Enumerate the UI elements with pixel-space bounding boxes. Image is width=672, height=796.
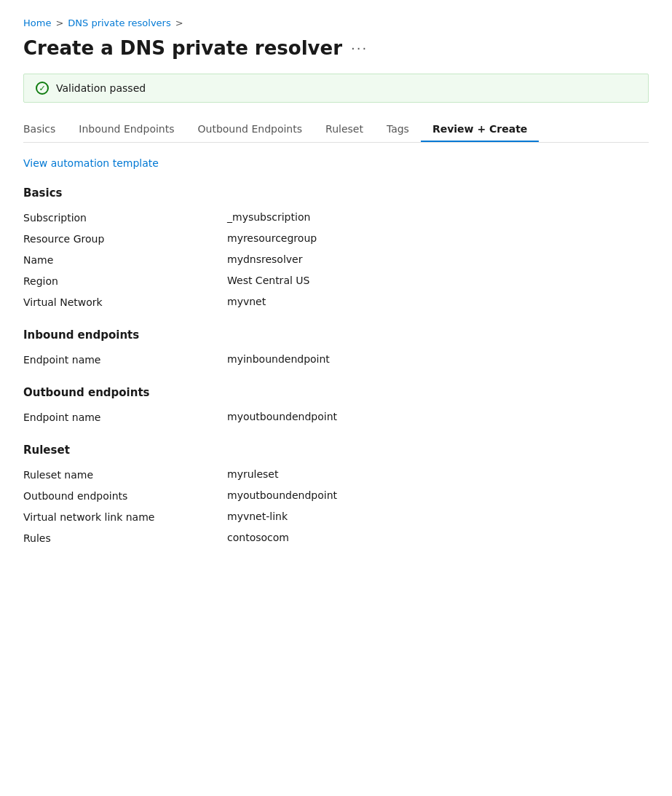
field-label-region: Region [23,275,227,287]
tab-basics[interactable]: Basics [23,117,67,142]
field-label-ruleset-outbound-endpoints: Outbound endpoints [23,489,227,502]
field-label-resource-group: Resource Group [23,232,227,245]
field-label-inbound-endpoint-name: Endpoint name [23,353,227,366]
field-value-inbound-endpoint-name: myinboundendpoint [227,353,330,365]
field-value-vnet-link-name: myvnet-link [227,511,288,522]
validation-success-icon [36,82,49,95]
field-label-name: Name [23,253,227,266]
field-label-ruleset-name: Ruleset name [23,468,227,481]
section-ruleset-title: Ruleset [23,444,649,457]
field-label-rules: Rules [23,532,227,544]
field-value-resource-group: myresourcegroup [227,232,317,244]
field-inbound-endpoint-name: Endpoint name myinboundendpoint [23,353,649,366]
field-value-rules: contosocom [227,532,289,543]
page-title-row: Create a DNS private resolver ··· [23,37,649,59]
field-region: Region West Central US [23,275,649,287]
breadcrumb-dns-resolvers[interactable]: DNS private resolvers [68,17,170,28]
field-label-virtual-network: Virtual Network [23,296,227,308]
section-inbound-endpoints: Inbound endpoints Endpoint name myinboun… [23,328,649,366]
page-title: Create a DNS private resolver [23,37,342,59]
field-value-name: mydnsresolver [227,253,302,265]
automation-template-link[interactable]: View automation template [23,157,159,169]
breadcrumb-home[interactable]: Home [23,17,51,28]
field-value-outbound-endpoint-name: myoutboundendpoint [227,411,337,422]
section-inbound-title: Inbound endpoints [23,328,649,342]
section-ruleset: Ruleset Ruleset name myruleset Outbound … [23,444,649,544]
field-label-vnet-link-name: Virtual network link name [23,511,227,523]
tab-outbound-endpoints[interactable]: Outbound Endpoints [186,117,315,142]
field-vnet-link-name: Virtual network link name myvnet-link [23,511,649,523]
validation-banner: Validation passed [23,74,649,103]
tabs-nav: Basics Inbound Endpoints Outbound Endpoi… [23,117,649,143]
field-resource-group: Resource Group myresourcegroup [23,232,649,245]
tab-review-create[interactable]: Review + Create [421,117,539,142]
tab-tags[interactable]: Tags [375,117,421,142]
field-value-virtual-network: myvnet [227,296,266,307]
field-outbound-endpoint-name: Endpoint name myoutboundendpoint [23,411,649,423]
field-name: Name mydnsresolver [23,253,649,266]
section-outbound-endpoints: Outbound endpoints Endpoint name myoutbo… [23,386,649,423]
field-value-subscription: _mysubscription [227,211,310,223]
validation-message: Validation passed [56,82,146,94]
field-value-ruleset-name: myruleset [227,468,278,480]
field-virtual-network: Virtual Network myvnet [23,296,649,308]
breadcrumb-sep1: > [55,17,63,28]
tab-inbound-endpoints[interactable]: Inbound Endpoints [67,117,186,142]
field-value-region: West Central US [227,275,309,286]
section-basics: Basics Subscription _mysubscription Reso… [23,186,649,308]
tab-ruleset[interactable]: Ruleset [314,117,375,142]
field-ruleset-outbound-endpoints: Outbound endpoints myoutboundendpoint [23,489,649,502]
field-subscription: Subscription _mysubscription [23,211,649,224]
section-basics-title: Basics [23,186,649,200]
breadcrumb: Home > DNS private resolvers > [23,17,649,28]
section-outbound-title: Outbound endpoints [23,386,649,399]
field-ruleset-name: Ruleset name myruleset [23,468,649,481]
field-rules: Rules contosocom [23,532,649,544]
breadcrumb-sep2: > [175,17,183,28]
more-options-icon[interactable]: ··· [351,41,368,56]
field-value-ruleset-outbound-endpoints: myoutboundendpoint [227,489,337,501]
field-label-subscription: Subscription [23,211,227,224]
field-label-outbound-endpoint-name: Endpoint name [23,411,227,423]
